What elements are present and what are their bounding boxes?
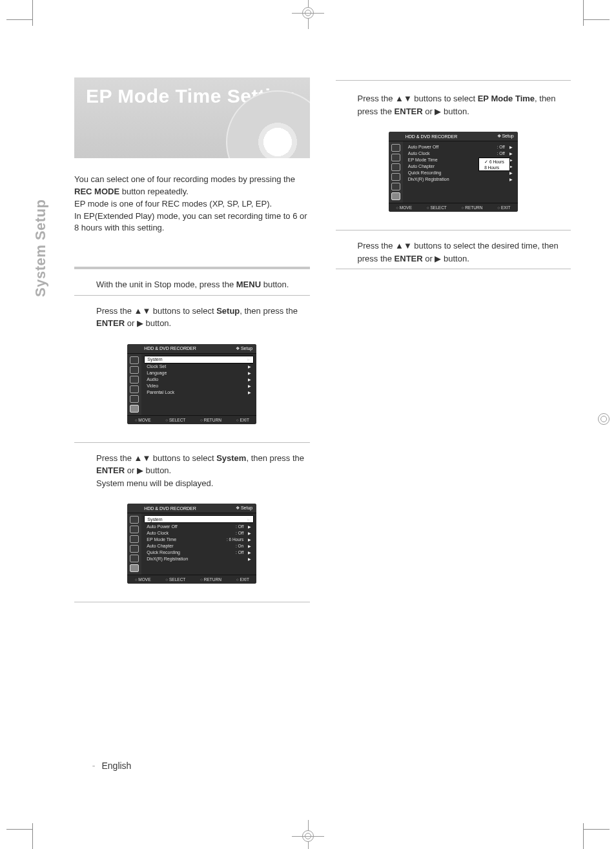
osd-icon-setup-icon	[130, 564, 139, 572]
osd-icon-video-icon	[130, 356, 139, 364]
step-bold: ENTER	[96, 465, 125, 475]
osd-crumb: ❖ Setup	[497, 134, 514, 139]
osd-icon-music-icon	[130, 535, 139, 543]
title-block: EP Mode Time Setting	[74, 77, 310, 158]
osd-row: DivX(R) Registration▶	[144, 555, 254, 562]
intro-text: button repeatedly.	[119, 187, 189, 196]
osd-row: Auto Chapter: On▶	[144, 542, 254, 549]
osd-row: Audio▶	[144, 376, 254, 383]
osd-foot-item: EXIT	[497, 205, 510, 210]
osd-screenshot-system: HDD & DVD RECORDER ❖ Setup System▶Auto P…	[127, 504, 256, 584]
osd-icon-rail	[389, 141, 403, 203]
intro-paragraph: You can select one of four recording mod…	[74, 174, 310, 234]
step-text: button.	[261, 280, 289, 289]
osd-foot-item: RETURN	[200, 577, 221, 582]
step-number: 2	[74, 301, 83, 326]
osd-icon-video-icon	[130, 516, 139, 524]
left-column: EP Mode Time Setting You can select one …	[74, 77, 310, 611]
osd-screenshot-epmode: HDD & DVD RECORDER ❖ Setup Auto Power Of…	[389, 132, 518, 212]
crop-mark-right	[598, 419, 610, 431]
crop-mark-bottom	[292, 820, 324, 849]
page-footer: 40 - English	[74, 760, 131, 772]
osd-menu-list: System▶Auto Power Off: Off▶Auto Clock: O…	[141, 513, 256, 575]
osd-row: DivX(R) Registration▶	[406, 176, 515, 182]
osd-row: Auto Clock: Off▶	[144, 529, 254, 536]
step-text: or ▶ button.	[125, 318, 171, 328]
crop-corner	[6, 829, 32, 830]
osd-row: Auto Clock: Off▶	[406, 150, 515, 156]
osd-icon-music-icon	[391, 163, 400, 171]
osd-crumb: ❖ Setup	[236, 506, 252, 511]
step-1: 1 With the unit in Stop mode, press the …	[74, 278, 310, 296]
osd-row: Quick Recording: Off▶	[144, 549, 254, 555]
osd-icon-rail	[127, 354, 141, 415]
osd-row: Language▶	[144, 370, 254, 376]
osd-row: Parental Lock▶	[144, 389, 254, 396]
footer-dash: -	[92, 761, 96, 771]
crop-corner	[584, 19, 610, 20]
step-text: With the unit in Stop mode, press the	[96, 280, 236, 289]
crop-corner	[583, 0, 584, 26]
osd-icon-setup-icon	[391, 192, 400, 200]
osd-row: System▶	[144, 515, 254, 523]
page-number: 40	[74, 760, 86, 772]
osd-icon-library-icon	[130, 366, 139, 374]
step-number: 3	[74, 448, 83, 473]
osd-menu-list: System▶Clock Set▶Language▶Audio▶Video▶Pa…	[141, 354, 256, 415]
step-text: or ▶ button.	[125, 465, 171, 475]
osd-crumb: ❖ Setup	[236, 346, 252, 351]
step-bold: ENTER	[395, 254, 423, 263]
osd-foot-item: MOVE	[135, 577, 151, 582]
osd-submenu-item: 6 Hours	[479, 159, 509, 165]
section-tab: System Setup	[32, 199, 49, 298]
crop-corner	[584, 829, 610, 830]
osd-title: HDD & DVD RECORDER	[406, 134, 458, 139]
step-text: Press the ▲▼ buttons to select	[358, 94, 478, 103]
step-number: 4	[336, 88, 345, 114]
osd-foot-item: MOVE	[396, 205, 412, 210]
osd-icon-video-icon	[391, 144, 400, 152]
osd-row: Auto Power Off: Off▶	[406, 143, 515, 150]
intro-text: You can select one of four recording mod…	[74, 174, 295, 184]
intro-bold: REC MODE	[74, 187, 119, 196]
osd-icon-photo-icon	[130, 545, 139, 553]
osd-icon-disc-icon	[391, 183, 400, 190]
osd-footer: MOVESELECTRETURNEXIT	[389, 203, 518, 212]
step-bold: ENTER	[96, 318, 125, 328]
osd-foot-item: RETURN	[462, 205, 483, 210]
osd-submenu-item: 8 Hours	[479, 165, 509, 170]
osd-icon-library-icon	[391, 154, 400, 161]
osd-title: HDD & DVD RECORDER	[144, 506, 196, 511]
osd-foot-item: RETURN	[200, 418, 221, 422]
osd-foot-item: EXIT	[236, 577, 249, 582]
osd-screenshot-setup: HDD & DVD RECORDER ❖ Setup System▶Clock …	[127, 344, 256, 424]
footer-language: English	[101, 761, 131, 771]
osd-icon-photo-icon	[130, 385, 139, 393]
osd-icon-disc-icon	[130, 555, 139, 562]
step-bold: System	[216, 453, 246, 463]
osd-row: EP Mode Time: 6 Hours▶	[144, 536, 254, 542]
step-text: Press the ▲▼ buttons to select	[96, 453, 216, 463]
step-3: 3 Press the ▲▼ buttons to select System,…	[74, 452, 310, 494]
step-text: Press the ▲▼ buttons to select	[96, 306, 216, 316]
crop-corner	[6, 19, 32, 20]
osd-submenu: 6 Hours8 Hours	[478, 158, 510, 171]
step-bold: ENTER	[395, 107, 423, 116]
osd-foot-item: MOVE	[135, 418, 151, 422]
osd-row: System▶	[144, 356, 254, 363]
osd-foot-item: SELECT	[165, 577, 185, 582]
osd-icon-rail	[127, 513, 141, 575]
osd-row: Clock Set▶	[144, 363, 254, 370]
step-text: or ▶ button.	[423, 254, 469, 263]
osd-icon-library-icon	[130, 526, 139, 533]
crop-corner	[32, 823, 33, 849]
osd-menu-list: Auto Power Off: Off▶Auto Clock: Off▶EP M…	[403, 141, 518, 203]
step-5: 5 Press the ▲▼ buttons to select the des…	[336, 240, 571, 269]
step-2: 2 Press the ▲▼ buttons to select Setup, …	[74, 305, 310, 334]
step-4: 4 Press the ▲▼ buttons to select EP Mode…	[336, 92, 571, 121]
step-number: 5	[336, 236, 345, 261]
divider	[336, 80, 571, 81]
osd-footer: MOVESELECTRETURNEXIT	[127, 415, 256, 424]
osd-row: Video▶	[144, 383, 254, 389]
crop-mark-top	[292, 0, 324, 29]
